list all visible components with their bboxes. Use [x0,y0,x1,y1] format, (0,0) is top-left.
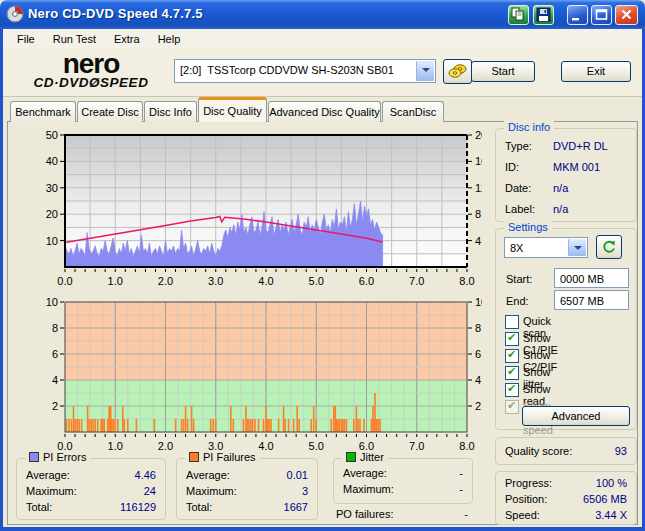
start-button[interactable]: Start [471,61,535,82]
maximize-button[interactable] [591,5,612,25]
drive-select-arrow-icon[interactable] [416,61,434,81]
svg-text:40: 40 [46,155,58,167]
svg-text:2.0: 2.0 [158,275,173,287]
nero-logo-word: nero [16,50,166,78]
po-failures-row: PO failures: - [336,508,468,520]
svg-text:4.0: 4.0 [258,440,273,452]
svg-text:5.0: 5.0 [309,275,324,287]
svg-text:2: 2 [475,400,481,412]
advanced-button[interactable]: Advanced [522,406,630,426]
refresh-speeds-button[interactable] [596,235,622,259]
end-position-field[interactable] [554,290,629,310]
svg-text:2: 2 [52,400,58,412]
disc-label-value: n/a [553,203,568,215]
tab-scandisc[interactable]: ScanDisc [382,101,444,122]
nero-logo-subtitle: CD·DVDØSPEED [16,76,166,90]
svg-text:20: 20 [46,208,58,220]
disc-label-label: Label: [505,203,535,215]
menu-bar: File Run Test Extra Help [3,29,642,48]
app-icon [6,5,24,23]
tab-create-disc[interactable]: Create Disc [77,101,143,122]
disc-id-value: MKM 001 [553,161,600,173]
stat-value: - [459,483,463,495]
start-position-label: Start: [506,273,532,285]
pi-failures-chart: 0.01.02.03.04.05.06.07.08.0224466881010 [26,292,482,454]
stat-label: Average: [26,469,70,481]
eject-button[interactable] [443,59,472,84]
progress-label: Progress: [505,477,552,489]
logo-cd-dvd: CD·DVD [34,75,90,90]
po-failures-label: PO failures: [336,508,393,520]
menu-run-test[interactable]: Run Test [44,31,105,47]
disc-type-label: Type: [505,140,532,152]
checkbox-box[interactable] [505,366,519,380]
svg-text:10: 10 [46,235,58,247]
progress-value: 100 % [596,477,627,489]
settings-title: Settings [504,221,552,233]
checkbox-box[interactable] [505,383,519,397]
speed-select-value: 8X [510,242,523,254]
stat-value: - [459,467,463,479]
pi-errors-legend-icon [29,452,39,462]
svg-text:10: 10 [46,296,58,308]
svg-text:8.0: 8.0 [459,440,474,452]
jitter-stats-panel: Jitter Average:- Maximum:- [333,458,473,504]
svg-text:1.0: 1.0 [108,275,123,287]
start-position-field[interactable] [554,268,629,288]
checkbox-box[interactable] [505,332,519,346]
svg-text:4: 4 [475,235,481,247]
end-position-label: End: [506,295,529,307]
discs-icon [448,62,468,80]
stat-value: 24 [144,485,156,497]
disc-info-panel: Disc info Type: DVD+R DL ID: MKM 001 Dat… [495,128,637,222]
speed-select[interactable]: 8X [504,237,588,258]
disc-date-value: n/a [553,182,568,194]
stat-label: Average: [186,469,230,481]
disc-info-title: Disc info [504,121,554,133]
logo-speed: SPEED [100,75,148,90]
exit-button[interactable]: Exit [561,61,631,82]
menu-file[interactable]: File [8,31,44,47]
minimize-button[interactable] [567,5,588,25]
position-label: Position: [505,493,547,505]
svg-text:50: 50 [46,129,58,141]
menu-extra[interactable]: Extra [105,31,149,47]
svg-text:7.0: 7.0 [409,275,424,287]
tab-benchmark[interactable]: Benchmark [10,101,76,122]
tab-disc-info[interactable]: Disc Info [144,101,197,122]
quality-score-panel: Quality score: 93 [495,437,637,465]
checkbox-box[interactable] [505,349,519,363]
svg-text:1.0: 1.0 [108,440,123,452]
stat-label: Maximum: [186,485,237,497]
close-button[interactable] [615,5,638,25]
svg-text:3.0: 3.0 [208,275,223,287]
window-title: Nero CD-DVD Speed 4.7.7.5 [28,6,203,21]
quality-score-value: 93 [615,445,627,457]
svg-text:6: 6 [475,348,481,360]
svg-text:30: 30 [46,182,58,194]
app-window: Nero CD-DVD Speed 4.7.7.5 File Run Test … [0,0,645,531]
svg-text:6: 6 [52,348,58,360]
drive-select[interactable]: [2:0] TSSTcorp CDDVDW SH-S203N SB01 [174,59,436,83]
checkbox-box[interactable] [505,315,519,329]
svg-text:2.0: 2.0 [158,440,173,452]
tab-advanced-disc-quality[interactable]: Advanced Disc Quality [268,101,381,122]
speed-label: Speed: [505,509,540,521]
quality-score-label: Quality score: [505,445,572,457]
stat-label: Total: [186,501,212,513]
pi-errors-stats-title: PI Errors [43,451,86,463]
stat-value: 116129 [120,501,156,513]
speed-select-arrow-icon[interactable] [568,239,586,256]
svg-text:8: 8 [52,322,58,334]
pi-failures-legend-icon [189,452,199,462]
stat-label: Average: [343,467,387,479]
svg-text:16: 16 [475,155,482,167]
svg-text:20: 20 [475,129,482,141]
svg-text:8: 8 [475,322,481,334]
tab-disc-quality[interactable]: Disc Quality [198,97,267,122]
menu-help[interactable]: Help [149,31,190,47]
svg-text:4.0: 4.0 [258,275,273,287]
copy-to-clipboard-button[interactable] [508,5,529,25]
svg-text:7.0: 7.0 [409,440,424,452]
save-button[interactable] [533,5,554,25]
